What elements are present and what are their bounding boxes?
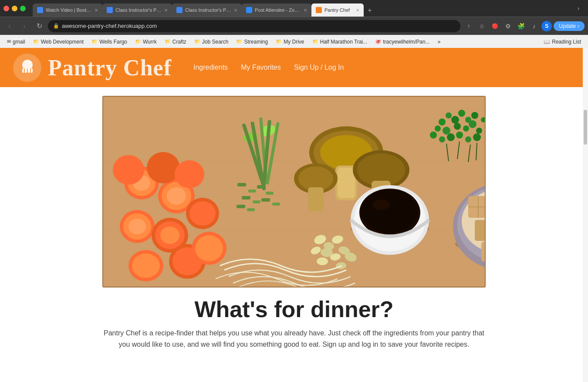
toolbar-actions: ↑ ☆ 🔴 ⚙ 🧩 ♪ S Update › [463,20,585,32]
tab-close-1[interactable]: ✕ [95,8,98,13]
bookmark-job-search-label: Job Search [202,39,229,45]
extension-red-icon[interactable]: 🔴 [489,20,500,32]
tabs-area: Watch Video | Bootcamp Sp... ✕ Class Ins… [33,0,569,17]
tab-label-4: Post Attendee - Zoom [255,7,301,13]
new-tab-button[interactable]: + [364,4,376,17]
app-title: Pantry Chef [48,55,172,81]
svg-point-78 [469,120,476,128]
folder-icon-web-dev: 📁 [33,39,39,44]
tab-close-2[interactable]: ✕ [164,8,168,13]
tab-favicon-1 [37,7,43,13]
svg-point-99 [317,257,328,265]
folder-icon-craftz: 📁 [165,39,171,44]
bookmark-half-marathon-label: Half Marathon Trai... [320,39,368,45]
svg-rect-55 [237,205,245,208]
svg-point-30 [132,254,160,278]
bookmark-icon[interactable]: ☆ [476,20,487,32]
minimize-button[interactable] [12,6,17,11]
bookmark-web-dev-label: Web Development [41,39,84,45]
svg-rect-114 [475,220,486,241]
svg-rect-48 [248,189,256,193]
nav-favorites[interactable]: My Favorites [241,64,281,71]
nav-auth[interactable]: Sign Up / Log In [294,64,344,71]
app-navbar: Pantry Chef Ingredients My Favorites Sig… [0,48,588,87]
browser-tab-4[interactable]: Post Attendee - Zoom ✕ [242,3,311,17]
nav-ingredients[interactable]: Ingredients [193,64,228,71]
bookmark-web-dev[interactable]: 📁 Web Development [30,37,88,46]
svg-point-79 [476,128,482,134]
svg-rect-52 [253,200,260,203]
svg-rect-61 [338,168,355,198]
tab-favicon-4 [246,7,252,13]
bookmark-craftz[interactable]: 📁 Craftz [161,37,190,46]
bookmark-github-label: tracyewilhelm/Pan... [383,39,429,45]
traffic-lights [3,6,26,11]
scrollbar-thumb[interactable] [584,110,587,145]
svg-point-70 [451,116,459,124]
bookmark-wells-fargo-label: Wells Fargo [99,39,127,45]
bookmark-wurrk[interactable]: 📁 Wurrk [132,37,160,46]
bookmark-half-marathon[interactable]: 📁 Half Marathon Trai... [309,37,371,46]
bookmark-my-drive[interactable]: 📁 My Drive [272,37,308,46]
browser-tab-2[interactable]: Class Instructor's Personal M... ✕ [102,3,172,17]
back-button[interactable]: ‹ [3,20,16,32]
extensions-icon[interactable]: 🧩 [515,20,527,32]
reading-list-button[interactable]: 📖 Reading List [540,37,585,46]
tab-close-4[interactable]: ✕ [304,8,307,13]
address-bar[interactable]: 🔒 awesome-pantry-chef.herokuapp.com [48,20,460,32]
browser-tab-5[interactable]: Pantry Chef ✕ [311,3,364,17]
hero-image [102,96,486,287]
svg-point-82 [447,133,455,141]
reading-list-label: Reading List [552,39,581,45]
tab-close-3[interactable]: ✕ [234,8,237,13]
tab-label-3: Class Instructor's Personal M... [185,7,231,13]
reload-button[interactable]: ↻ [33,20,45,32]
svg-point-80 [430,132,437,139]
food-illustration [102,96,486,287]
profile-avatar[interactable]: S [541,21,552,31]
soy-sauce-bowl [351,185,429,255]
address-text: awesome-pantry-chef.herokuapp.com [62,23,455,29]
tab-overflow-button[interactable]: › [572,2,585,14]
bookmarks-more-button[interactable]: » [435,37,443,46]
svg-point-38 [147,152,180,183]
svg-point-74 [435,125,441,132]
update-chevron: › [578,23,579,29]
bookmark-streaming[interactable]: 📁 Streaming [233,37,271,46]
browser-tab-1[interactable]: Watch Video | Bootcamp Sp... ✕ [33,3,102,17]
svg-point-81 [439,136,445,142]
tab-favicon-3 [176,7,182,13]
bookmark-gmail[interactable]: ✉ gmail [3,37,29,46]
forward-button[interactable]: › [18,20,30,32]
svg-point-85 [473,133,481,141]
music-icon[interactable]: ♪ [528,20,540,32]
tab-label-1: Watch Video | Bootcamp Sp... [46,7,92,13]
bookmark-wells-fargo[interactable]: 📁 Wells Fargo [88,37,131,46]
svg-rect-47 [237,183,246,186]
update-button[interactable]: Update › [554,21,585,31]
bookmark-craftz-label: Craftz [172,39,186,45]
reading-list-icon: 📖 [544,39,550,45]
bookmark-github[interactable]: 🐙 tracyewilhelm/Pan... [372,37,433,46]
folder-icon-job-search: 📁 [194,39,200,44]
tab-close-5[interactable]: ✕ [356,8,359,13]
svg-point-69 [446,112,452,118]
bookmark-gmail-label: gmail [13,39,25,45]
logo-icon [13,54,41,82]
browser-tab-3[interactable]: Class Instructor's Personal M... ✕ [172,3,242,17]
svg-rect-53 [261,198,270,202]
bookmark-streaming-label: Streaming [244,39,268,45]
page-content: Pantry Chef Ingredients My Favorites Sig… [0,48,588,382]
bookmark-job-search[interactable]: 📁 Job Search [191,37,232,46]
close-button[interactable] [3,6,9,11]
app-logo: Pantry Chef [13,54,172,82]
maximize-button[interactable] [20,6,26,11]
svg-point-36 [189,201,216,226]
svg-rect-56 [247,208,255,211]
share-icon[interactable]: ↑ [463,20,474,32]
lock-icon: 🔒 [53,23,59,29]
scrollbar-track [583,48,588,382]
svg-point-77 [463,125,469,132]
folder-icon-half-marathon: 📁 [312,39,318,44]
settings-icon[interactable]: ⚙ [502,20,514,32]
